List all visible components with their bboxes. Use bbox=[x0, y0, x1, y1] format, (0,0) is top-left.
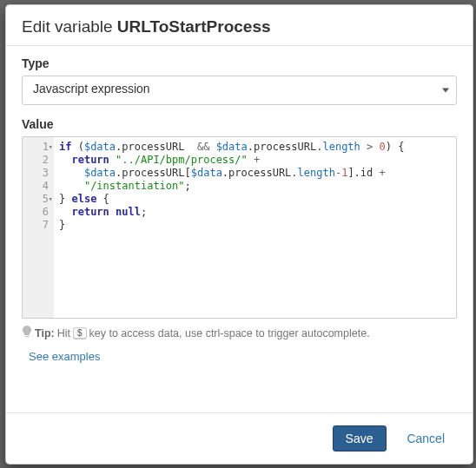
line-number: 5▾ bbox=[24, 193, 52, 206]
modal-footer: Save Cancel bbox=[6, 412, 473, 464]
line-number: 6 bbox=[24, 206, 52, 219]
type-select[interactable]: Javascript expression bbox=[22, 76, 457, 105]
modal-title: Edit variable URLToStartProcess bbox=[22, 17, 457, 36]
tip-key: $ bbox=[73, 327, 87, 339]
tip-label: Tip: bbox=[35, 327, 55, 339]
chevron-down-icon bbox=[442, 89, 449, 93]
fold-icon[interactable]: ▾ bbox=[49, 141, 53, 154]
modal-body: Type Javascript expression Value 1▾ 2 3 … bbox=[6, 46, 473, 412]
save-button[interactable]: Save bbox=[333, 425, 387, 452]
tip-text-post: key to access data, use ctrl-space to tr… bbox=[89, 327, 370, 339]
line-number: 4 bbox=[24, 180, 52, 193]
type-selected: Javascript expression bbox=[33, 82, 150, 96]
see-examples-link[interactable]: See examples bbox=[22, 348, 107, 365]
value-label: Value bbox=[22, 117, 457, 131]
editor-gutter: 1▾ 2 3 4 5▾ 6 7 bbox=[23, 137, 54, 318]
code-editor[interactable]: 1▾ 2 3 4 5▾ 6 7 if ($data.processURL && … bbox=[22, 136, 457, 319]
line-number: 3 bbox=[24, 167, 52, 180]
tip-row: Tip: Hit $ key to access data, use ctrl-… bbox=[22, 326, 457, 340]
title-prefix: Edit variable bbox=[22, 17, 117, 36]
line-number: 1▾ bbox=[24, 141, 52, 154]
cancel-button[interactable]: Cancel bbox=[394, 426, 457, 451]
variable-name: URLToStartProcess bbox=[117, 17, 271, 36]
tip-text-pre: Hit bbox=[57, 327, 70, 339]
line-number: 7 bbox=[24, 219, 52, 232]
fold-icon[interactable]: ▾ bbox=[49, 193, 53, 206]
lightbulb-icon bbox=[22, 326, 32, 340]
line-number: 2 bbox=[24, 154, 52, 167]
modal-header: Edit variable URLToStartProcess bbox=[6, 5, 473, 46]
type-label: Type bbox=[22, 56, 457, 70]
edit-variable-modal: Edit variable URLToStartProcess Type Jav… bbox=[5, 4, 473, 465]
editor-code[interactable]: if ($data.processURL && $data.processURL… bbox=[54, 137, 456, 318]
